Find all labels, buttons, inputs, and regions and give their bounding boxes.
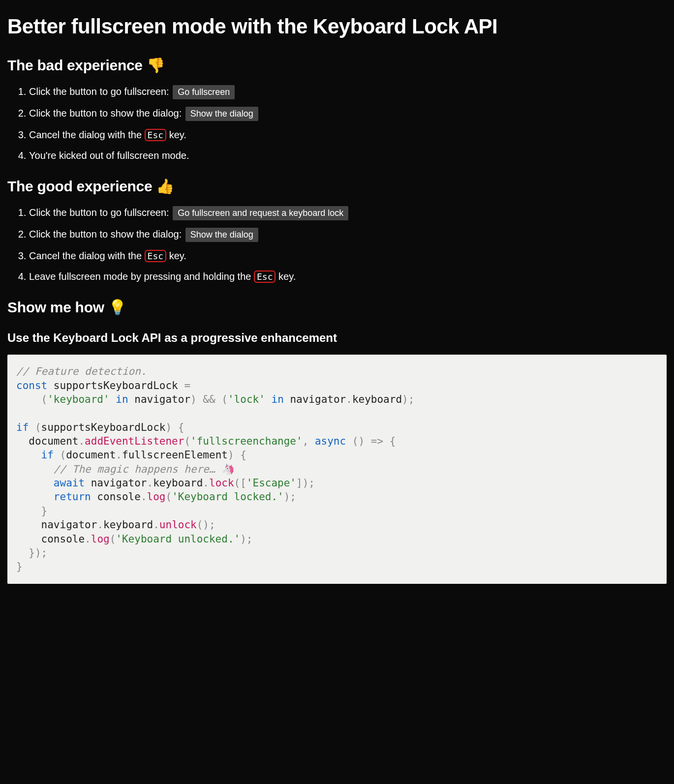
code-token: ( [184,435,190,447]
code-token: if [16,422,29,433]
list-item: Click the button to show the dialog: Sho… [29,106,667,121]
code-token [16,477,54,489]
code-token: log [147,491,166,503]
code-token: && [203,393,215,405]
esc-key: Esc [145,250,167,262]
code-token: }); [16,547,47,559]
step-text: Cancel the dialog with the [29,129,145,140]
good-experience-steps: Click the button to go fullscreen: Go fu… [7,206,667,283]
code-token [16,491,54,503]
code-token: . [153,519,159,531]
code-token: 'Escape' [246,477,296,489]
code-token: keyboard [103,519,153,531]
code-token: } [16,561,23,573]
list-item: Cancel the dialog with the Esc key. [29,249,667,263]
code-token [197,393,203,405]
code-token [54,449,60,461]
code-token [308,435,315,447]
code-token: ) [228,449,234,461]
code-token: await [54,477,85,489]
esc-key: Esc [254,271,276,283]
code-token: addEventListener [85,435,184,447]
code-token: ( [35,422,41,433]
code-token: ); [284,491,296,503]
step-text: key. [166,250,186,261]
code-token: (); [197,519,215,531]
code-token: document [66,449,116,461]
step-text: Click the button to go fullscreen: [29,86,172,97]
code-comment: // The magic happens here… 🦄 [16,463,234,475]
step-text: Click the button to go fullscreen: [29,207,172,218]
code-token: ( [60,449,66,461]
code-token: ); [240,533,252,545]
code-token: . [78,435,85,447]
list-item: Leave fullscreen mode by pressing and ho… [29,270,667,283]
code-token: navigator [16,519,97,531]
code-token: ([ [234,477,246,489]
code-token: . [85,533,91,545]
go-fullscreen-lock-button[interactable]: Go fullscreen and request a keyboard loc… [173,206,348,220]
code-token [215,393,222,405]
code-token: navigator [284,393,346,405]
code-token: ( [16,393,47,405]
step-text: Leave fullscreen mode by pressing and ho… [29,271,254,282]
go-fullscreen-button[interactable]: Go fullscreen [173,85,235,99]
list-item: Cancel the dialog with the Esc key. [29,128,667,142]
code-token: fullscreenElement [122,449,228,461]
step-text: Click the button to show the dialog: [29,229,184,240]
code-token: } [16,505,47,517]
code-token: supportsKeyboardLock [47,380,184,392]
code-token: { [383,435,396,447]
code-token: 'Keyboard locked.' [172,491,284,503]
code-token: const [16,380,47,392]
code-token: . [116,449,122,461]
code-token: unlock [159,519,197,531]
code-comment: // Feature detection. [16,365,147,377]
code-token: ) [190,393,197,405]
code-token: ); [402,393,414,405]
code-token: ) [165,422,172,433]
code-token: in [271,393,283,405]
show-dialog-button[interactable]: Show the dialog [185,107,258,121]
code-token: () [352,435,365,447]
list-item: Click the button to show the dialog: Sho… [29,227,667,242]
code-token: lock [209,477,234,489]
show-me-how-heading: Show me how 💡 [7,297,667,318]
esc-key: Esc [145,129,167,141]
bad-experience-steps: Click the button to go fullscreen: Go fu… [7,85,667,162]
code-token: if [41,449,54,461]
code-token: . [346,393,352,405]
code-token: 'fullscreenchange' [190,435,303,447]
step-text: key. [166,129,186,140]
code-token: . [97,519,103,531]
code-token [265,393,272,405]
code-token: ( [165,491,172,503]
code-token: 'keyboard' [47,393,109,405]
code-token: => [371,435,383,447]
code-token: async [315,435,346,447]
code-token: ( [110,533,116,545]
subheading: Use the Keyboard Lock API as a progressi… [7,330,667,346]
code-token [16,449,41,461]
code-token: navigator [85,477,147,489]
code-token: navigator [128,393,190,405]
code-token: supportsKeyboardLock [41,422,166,433]
code-block: // Feature detection. const supportsKeyb… [7,355,667,583]
code-token: console [91,491,141,503]
code-token: 'Keyboard unlocked.' [116,533,240,545]
code-token: log [91,533,110,545]
code-token [365,435,371,447]
code-token: { [234,449,246,461]
good-experience-heading: The good experience 👍 [7,176,667,197]
code-token [110,393,116,405]
step-text: key. [276,271,296,282]
code-token: { [172,422,184,433]
step-text: Click the button to show the dialog: [29,108,184,119]
page-title: Better fullscreen mode with the Keyboard… [7,12,667,41]
code-token: . [147,477,153,489]
code-token: ]); [296,477,315,489]
code-token: console [16,533,85,545]
show-dialog-button[interactable]: Show the dialog [185,228,258,242]
code-token: . [141,491,147,503]
bad-experience-heading: The bad experience 👎 [7,55,667,76]
